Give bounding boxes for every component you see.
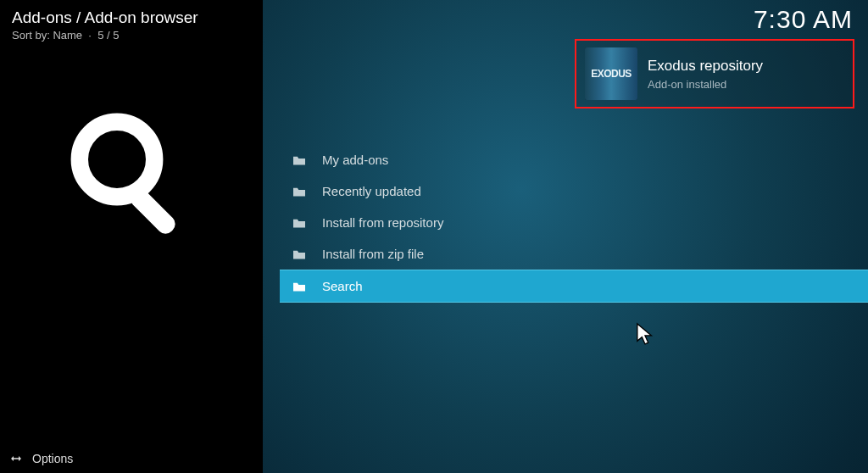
- search-icon: [59, 102, 203, 246]
- folder-icon: [292, 248, 307, 260]
- menu-item-my-addons[interactable]: My add-ons: [280, 144, 868, 175]
- folder-icon: [292, 281, 307, 292]
- sidebar: Add-ons / Add-on browser Sort by: Name ·…: [0, 0, 263, 473]
- sort-sep: ·: [88, 29, 92, 42]
- menu-item-install-from-repository[interactable]: Install from repository: [280, 207, 868, 238]
- breadcrumb: Add-ons / Add-on browser: [0, 0, 263, 27]
- options-button[interactable]: Options: [8, 451, 73, 466]
- menu-item-search[interactable]: Search: [280, 270, 868, 303]
- folder-icon: [292, 217, 307, 229]
- addon-menu: My add-ons Recently updated Install from…: [280, 144, 868, 303]
- menu-item-install-from-zip[interactable]: Install from zip file: [280, 238, 868, 270]
- options-icon: [8, 451, 24, 466]
- menu-item-recently-updated[interactable]: Recently updated: [280, 175, 868, 207]
- clock: 7:30 AM: [754, 5, 853, 34]
- sort-line: Sort by: Name · 5 / 5: [0, 27, 263, 42]
- menu-item-label: Install from zip file: [322, 247, 424, 261]
- options-label: Options: [32, 452, 73, 465]
- folder-icon: [292, 186, 307, 198]
- notification-thumb-text: EXODUS: [591, 68, 632, 80]
- menu-item-label: Recently updated: [322, 184, 421, 198]
- notification-title: Exodus repository: [648, 58, 763, 75]
- notification-thumb: EXODUS: [585, 47, 637, 100]
- notification-subtitle: Add-on installed: [648, 78, 763, 91]
- notification-toast: EXODUS Exodus repository Add-on installe…: [575, 39, 854, 109]
- svg-point-0: [80, 122, 154, 197]
- svg-rect-1: [127, 186, 179, 237]
- menu-item-label: My add-ons: [322, 153, 388, 167]
- sort-label: Sort by: Name: [12, 29, 82, 42]
- menu-item-label: Search: [322, 279, 363, 293]
- folder-icon: [292, 154, 307, 166]
- notification-text: Exodus repository Add-on installed: [648, 58, 763, 91]
- count-label: 5 / 5: [97, 29, 119, 42]
- menu-item-label: Install from repository: [322, 215, 443, 230]
- cursor-icon: [636, 322, 654, 346]
